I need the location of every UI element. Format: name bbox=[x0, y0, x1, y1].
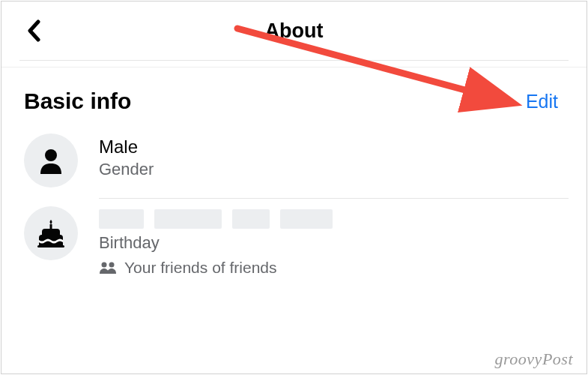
chevron-left-icon bbox=[27, 20, 42, 42]
audience-row[interactable]: Your friends of friends bbox=[99, 259, 569, 277]
watermark: groovyPost bbox=[495, 350, 573, 369]
gender-value: Male bbox=[99, 136, 569, 158]
svg-point-4 bbox=[109, 262, 115, 268]
svg-rect-2 bbox=[37, 245, 64, 248]
edit-button[interactable]: Edit bbox=[526, 91, 569, 112]
gender-content: Male Gender bbox=[99, 134, 569, 179]
header-bar: About bbox=[1, 2, 587, 60]
info-list: Male Gender bbox=[1, 117, 587, 287]
svg-point-0 bbox=[45, 149, 57, 161]
back-button[interactable] bbox=[19, 16, 49, 46]
header-divider bbox=[19, 60, 569, 61]
about-screen: About Basic info Edit Male Gender bbox=[1, 1, 587, 374]
audience-label: Your friends of friends bbox=[124, 259, 277, 277]
section-title: Basic info bbox=[24, 88, 131, 114]
page-title: About bbox=[265, 20, 324, 43]
gender-row: Male Gender bbox=[24, 126, 569, 198]
cake-icon bbox=[34, 217, 67, 250]
birthday-label: Birthday bbox=[99, 233, 569, 253]
birthday-content: Birthday Your friends of friends bbox=[99, 206, 569, 277]
birthday-row: Birthday Your friends of friends bbox=[24, 199, 569, 287]
birthday-icon-container bbox=[24, 206, 78, 260]
friends-of-friends-icon bbox=[99, 261, 117, 274]
gender-label: Gender bbox=[99, 160, 569, 179]
svg-point-3 bbox=[102, 262, 107, 268]
birthday-value-redacted bbox=[99, 209, 569, 229]
section-header: Basic info Edit bbox=[1, 68, 587, 117]
svg-rect-1 bbox=[50, 224, 52, 229]
gender-icon-container bbox=[24, 134, 78, 188]
person-icon bbox=[36, 146, 66, 176]
